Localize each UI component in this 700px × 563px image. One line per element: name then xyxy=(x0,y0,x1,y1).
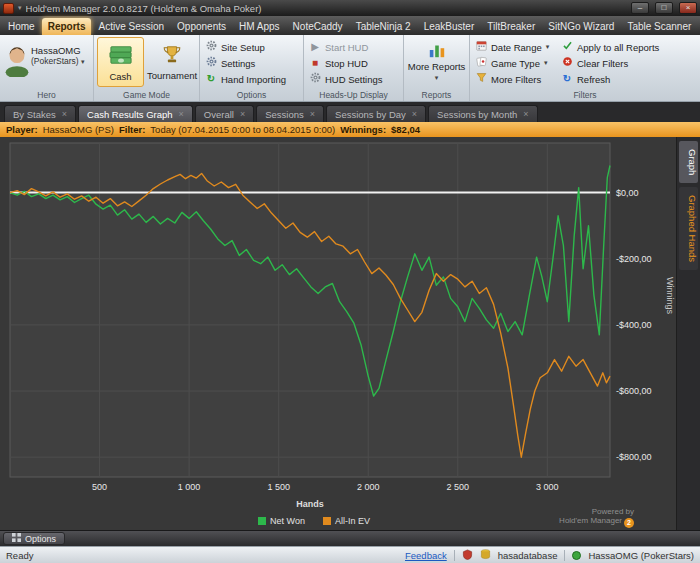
side-tab-graphed-hands[interactable]: Graphed Hands xyxy=(679,187,698,270)
refresh-button[interactable]: ↻ Refresh xyxy=(559,71,697,87)
database-name[interactable]: hasadatabase xyxy=(498,550,558,561)
close-tab-icon[interactable]: × xyxy=(310,109,315,119)
site-setup-button[interactable]: Site Setup xyxy=(203,39,300,55)
tab-label: Sessions by Day xyxy=(335,109,406,120)
filter-label: Filter: xyxy=(119,124,145,135)
ribbon-group-hero: HassaOMG (PokerStars) ▾ Hero xyxy=(0,35,94,101)
site-setup-gear-icon xyxy=(205,40,217,54)
stop-hud-button[interactable]: ■ Stop HUD xyxy=(307,55,400,71)
ribbon-tab-tiltbreaker[interactable]: TiltBreaker xyxy=(481,18,541,35)
legend-net-won: Net Won xyxy=(258,516,305,526)
ribbon-tab-hm-apps[interactable]: HM Apps xyxy=(233,18,286,35)
ribbon-tab-home[interactable]: Home xyxy=(2,18,41,35)
ribbon-tab-active-session[interactable]: Active Session xyxy=(92,18,170,35)
game-type-button[interactable]: Game Type ▾ xyxy=(473,55,559,71)
ribbon-tab-sitngo-wizard[interactable]: SitNGo Wizard xyxy=(542,18,620,35)
cash-mode-button[interactable]: Cash xyxy=(97,37,144,87)
ribbon-tab-notecaddy[interactable]: NoteCaddy xyxy=(287,18,349,35)
app-window: ▾ Hold'em Manager 2.0.0.8217 (Hold'em & … xyxy=(0,0,700,563)
alert-shield-icon[interactable] xyxy=(462,549,473,562)
app-logo-icon[interactable] xyxy=(3,3,14,14)
ribbon-tab-leakbuster[interactable]: LeakBuster xyxy=(418,18,481,35)
results-graph: $0,00-$200,00-$400,00-$600,00-$800,00500… xyxy=(0,137,676,530)
separator xyxy=(454,550,455,561)
close-tab-icon[interactable]: × xyxy=(240,109,245,119)
side-tab-graph[interactable]: Graph xyxy=(679,141,698,183)
options-grid-icon xyxy=(12,533,21,544)
minimize-button[interactable]: – xyxy=(631,2,649,14)
winnings-value: $82,04 xyxy=(391,124,420,135)
bar-chart-icon xyxy=(428,41,446,61)
more-reports-button[interactable]: More Reports ▾ xyxy=(408,37,466,90)
close-tab-icon[interactable]: × xyxy=(523,109,528,119)
ribbon-tab-tableninja[interactable]: TableNinja 2 xyxy=(350,18,417,35)
hand-importing-button[interactable]: ↻ Hand Importing xyxy=(203,71,300,87)
feedback-link[interactable]: Feedback xyxy=(405,550,447,561)
ribbon-group-filters: Date Range ▾ Game Type ▾ M xyxy=(470,35,700,101)
maximize-button[interactable]: □ xyxy=(655,2,673,14)
svg-text:-$600,00: -$600,00 xyxy=(616,386,652,396)
ribbon-tab-opponents[interactable]: Opponents xyxy=(171,18,232,35)
ribbon-group-reports: More Reports ▾ Reports xyxy=(404,35,470,101)
tab-label: Cash Results Graph xyxy=(87,109,173,120)
svg-text:2 000: 2 000 xyxy=(357,482,380,492)
report-tab-sessions-by-day[interactable]: Sessions by Day × xyxy=(326,105,426,122)
options-button[interactable]: Options xyxy=(3,532,65,545)
titlebar: ▾ Hold'em Manager 2.0.0.8217 (Hold'em & … xyxy=(0,0,700,16)
refresh-label: Refresh xyxy=(577,74,610,85)
ribbon-tab-strip: Home Reports Active Session Opponents HM… xyxy=(0,16,700,35)
chevron-down-icon: ▾ xyxy=(544,59,548,67)
svg-text:3 000: 3 000 xyxy=(536,482,559,492)
calendar-icon xyxy=(475,40,487,54)
hero-name: HassaOMG xyxy=(31,45,85,56)
close-button[interactable]: × xyxy=(679,2,697,14)
hero-selector[interactable]: HassaOMG (PokerStars) ▾ xyxy=(3,37,90,90)
more-filters-button[interactable]: More Filters xyxy=(473,71,559,87)
close-tab-icon[interactable]: × xyxy=(179,109,184,119)
ribbon-tab-reports[interactable]: Reports xyxy=(42,18,92,35)
hud-settings-button[interactable]: HUD Settings xyxy=(307,71,400,87)
date-range-label: Date Range xyxy=(491,42,542,53)
report-tab-cash-results-graph[interactable]: Cash Results Graph × xyxy=(78,105,193,122)
svg-text:-$200,00: -$200,00 xyxy=(616,254,652,264)
group-caption-options: Options xyxy=(203,90,300,101)
ribbon-group-options: Site Setup Settings ↻ Hand Importing Opt… xyxy=(200,35,304,101)
ribbon-group-hud: ▶ Start HUD ■ Stop HUD HUD Settings Head… xyxy=(304,35,404,101)
close-tab-icon[interactable]: × xyxy=(412,109,417,119)
svg-text:2 500: 2 500 xyxy=(446,482,469,492)
play-icon: ▶ xyxy=(309,41,321,53)
settings-label: Settings xyxy=(221,58,255,69)
player-value: HassaOMG (PS) xyxy=(43,124,114,135)
group-caption-hud: Heads-Up Display xyxy=(307,90,400,101)
date-range-button[interactable]: Date Range ▾ xyxy=(473,39,559,55)
report-tab-by-stakes[interactable]: By Stakes × xyxy=(4,105,76,122)
close-tab-icon[interactable]: × xyxy=(62,109,67,119)
start-hud-button[interactable]: ▶ Start HUD xyxy=(307,39,400,55)
y-axis-title: Winnings xyxy=(665,277,675,314)
import-arrows-icon: ↻ xyxy=(205,73,217,85)
report-tab-sessions-by-month[interactable]: Sessions by Month × xyxy=(428,105,538,122)
chevron-down-icon: ▾ xyxy=(546,43,550,51)
stop-hud-label: Stop HUD xyxy=(325,58,368,69)
clear-filters-button[interactable]: Clear Filters xyxy=(559,55,697,71)
cash-mode-label: Cash xyxy=(109,71,131,82)
window-title: Hold'em Manager 2.0.0.8217 (Hold'em & Om… xyxy=(26,3,625,14)
status-bar: Ready Feedback hasadatabase HassaOMG (Po… xyxy=(0,546,700,563)
legend-label: All-In EV xyxy=(335,516,370,526)
group-caption-game-mode: Game Mode xyxy=(97,90,196,101)
tournament-mode-button[interactable]: Tournament xyxy=(148,37,196,87)
report-tab-overall[interactable]: Overall × xyxy=(195,105,254,122)
settings-button[interactable]: Settings xyxy=(203,55,300,71)
report-tab-sessions[interactable]: Sessions × xyxy=(256,105,324,122)
account-name[interactable]: HassaOMG (PokerStars) xyxy=(588,550,694,561)
net-won-swatch-icon xyxy=(258,517,266,525)
ribbon-tab-table-scanner[interactable]: Table Scanner xyxy=(621,18,697,35)
trophy-icon xyxy=(161,44,183,68)
results-graph-plot[interactable]: $0,00-$200,00-$400,00-$600,00-$800,00500… xyxy=(0,137,676,530)
hm2-logo-icon: 2 xyxy=(624,518,634,528)
apply-all-reports-button[interactable]: Apply to all Reports xyxy=(559,39,697,55)
more-reports-label: More Reports xyxy=(408,61,466,72)
hero-site: (PokerStars) xyxy=(31,56,79,66)
clear-filters-label: Clear Filters xyxy=(577,58,628,69)
quick-access-dropdown-icon[interactable]: ▾ xyxy=(18,4,22,12)
